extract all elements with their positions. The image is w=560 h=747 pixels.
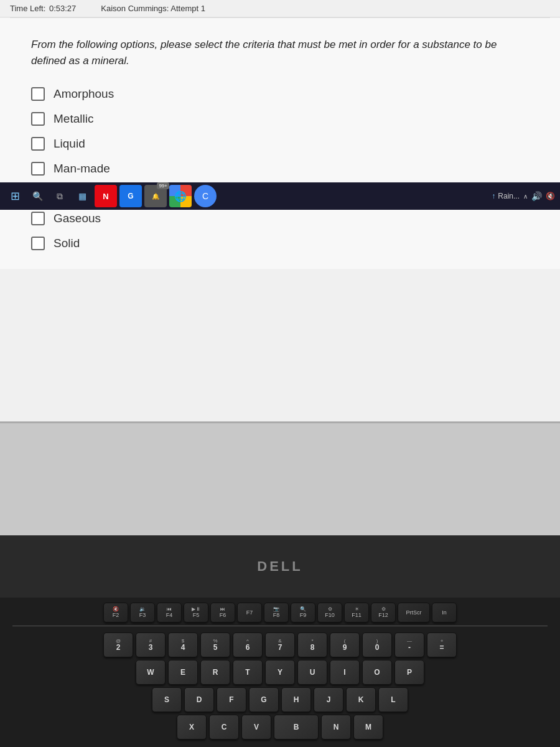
key-s[interactable]: S	[152, 687, 182, 712]
system-tray-expand[interactable]: ∧	[523, 193, 528, 200]
checkbox-amorphous[interactable]	[31, 87, 45, 101]
key-n[interactable]: N	[321, 715, 351, 740]
key-f2[interactable]: 🔇F2	[103, 603, 128, 622]
taskbar-right: ↑ Rain... ∧ 🔊 🔇	[492, 191, 555, 201]
key-f5[interactable]: ▶⏸F5	[184, 603, 208, 622]
time-left: Time Left: 0:53:27	[10, 4, 76, 13]
taskbar-notification-icon[interactable]: 🔔 99+	[144, 185, 167, 207]
key-7[interactable]: &7	[265, 632, 295, 657]
key-f9[interactable]: 🔍F9	[291, 603, 315, 622]
weather-widget[interactable]: ↑ Rain...	[492, 192, 520, 200]
option-label-man-made: Man-made	[54, 162, 110, 176]
key-5[interactable]: %5	[200, 632, 230, 657]
key-g[interactable]: G	[249, 687, 279, 712]
key-equal[interactable]: +=	[427, 632, 457, 657]
number-row: @2 #3 $4 %5 ^6 &7 *8 (9 )0 —- +=	[6, 632, 554, 657]
question-content: From the following options, please selec…	[0, 18, 560, 269]
key-f3[interactable]: 🔉F3	[130, 603, 155, 622]
key-j[interactable]: J	[314, 687, 343, 712]
key-w[interactable]: W	[136, 660, 166, 685]
checkbox-man-made[interactable]	[31, 162, 45, 176]
key-f7[interactable]: F7	[237, 603, 262, 622]
key-e[interactable]: E	[168, 660, 198, 685]
key-b[interactable]: B	[274, 715, 319, 740]
option-man-made[interactable]: Man-made	[31, 162, 529, 176]
top-bar: Time Left: 0:53:27 Kaison Cummings: Atte…	[0, 0, 560, 17]
key-insert[interactable]: In	[432, 603, 457, 622]
attempt-info: Kaison Cummings: Attempt 1	[101, 4, 205, 13]
key-d[interactable]: D	[184, 687, 214, 712]
laptop-keyboard: 🔇F2 🔉F3 ⏮F4 ▶⏸F5 ⏭F6 F7 📷F8 🔍F9 ⚙F10 ☀F1…	[0, 598, 560, 747]
key-u[interactable]: U	[297, 660, 327, 685]
taskbar-app-icon-1[interactable]: G	[119, 185, 142, 207]
key-x[interactable]: X	[177, 715, 207, 740]
bottom-letter-row: X C V B N M	[6, 715, 554, 740]
key-l[interactable]: L	[378, 687, 408, 712]
weather-arrow-icon: ↑	[492, 192, 495, 200]
options-list: Amorphous Metallic Liquid Man-made Natur	[31, 87, 529, 250]
key-t[interactable]: T	[233, 660, 263, 685]
option-gaseous[interactable]: Gaseous	[31, 212, 529, 225]
checkbox-solid[interactable]	[31, 237, 45, 250]
option-label-amorphous: Amorphous	[54, 87, 114, 101]
option-solid[interactable]: Solid	[31, 237, 529, 250]
taskbar-chrome-icon-2[interactable]: C	[194, 185, 217, 207]
notification-badge: 99+	[157, 182, 169, 189]
taskbar-chrome-icon[interactable]: 🌐	[169, 185, 192, 207]
key-f[interactable]: F	[217, 687, 246, 712]
key-f4[interactable]: ⏮F4	[157, 603, 182, 622]
speakers-icon[interactable]: 🔊	[531, 191, 542, 201]
option-liquid[interactable]: Liquid	[31, 137, 529, 151]
key-f12[interactable]: ⚙F12	[371, 603, 396, 622]
function-key-row: 🔇F2 🔉F3 ⏮F4 ▶⏸F5 ⏭F6 F7 📷F8 🔍F9 ⚙F10 ☀F1…	[6, 603, 554, 622]
key-i[interactable]: I	[330, 660, 360, 685]
option-label-gaseous: Gaseous	[54, 212, 101, 225]
taskbar-widgets[interactable]: ▦	[72, 186, 92, 206]
taskbar: ⊞ 🔍 ⧉ ▦ N G 🔔 99+ 🌐 C ↑ Rain... ∧ 🔊 🔇	[0, 182, 560, 210]
volume-icon[interactable]: 🔇	[546, 192, 555, 200]
key-4[interactable]: $4	[168, 632, 198, 657]
key-3[interactable]: #3	[136, 632, 166, 657]
key-f10[interactable]: ⚙F10	[317, 603, 342, 622]
option-metallic[interactable]: Metallic	[31, 112, 529, 126]
key-minus[interactable]: —-	[394, 632, 424, 657]
checkbox-liquid[interactable]	[31, 137, 45, 151]
key-6[interactable]: ^6	[233, 632, 263, 657]
key-f6[interactable]: ⏭F6	[210, 603, 235, 622]
laptop-bezel: DELL	[0, 535, 560, 598]
key-r[interactable]: R	[200, 660, 230, 685]
key-h[interactable]: H	[281, 687, 311, 712]
key-m[interactable]: M	[353, 715, 383, 740]
key-f11[interactable]: ☀F11	[344, 603, 369, 622]
weather-label: Rain...	[498, 192, 520, 200]
option-label-solid: Solid	[54, 237, 80, 250]
key-y[interactable]: Y	[265, 660, 295, 685]
dell-logo: DELL	[257, 558, 302, 575]
taskbar-search[interactable]: 🔍	[27, 186, 47, 206]
key-9[interactable]: (9	[330, 632, 360, 657]
key-8[interactable]: *8	[297, 632, 327, 657]
key-0[interactable]: )0	[362, 632, 392, 657]
key-c[interactable]: C	[209, 715, 239, 740]
windows-start-button[interactable]: ⊞	[5, 186, 25, 206]
key-2[interactable]: @2	[103, 632, 133, 657]
keyboard-divider	[12, 626, 548, 626]
key-p[interactable]: P	[394, 660, 424, 685]
key-k[interactable]: K	[346, 687, 376, 712]
key-prtscr[interactable]: PrtScr	[398, 603, 430, 622]
taskview-button[interactable]: ⧉	[50, 186, 70, 206]
taskbar-netflix-icon[interactable]: N	[95, 185, 117, 207]
key-v[interactable]: V	[241, 715, 271, 740]
key-f8[interactable]: 📷F8	[264, 603, 289, 622]
option-label-liquid: Liquid	[54, 137, 85, 151]
checkbox-gaseous[interactable]	[31, 212, 45, 225]
option-label-metallic: Metallic	[54, 112, 93, 126]
qwerty-row: W E R T Y U I O P	[6, 660, 554, 685]
laptop-screen: Time Left: 0:53:27 Kaison Cummings: Atte…	[0, 0, 560, 423]
question-text: From the following options, please selec…	[31, 37, 529, 68]
home-row: S D F G H J K L	[6, 687, 554, 712]
checkbox-metallic[interactable]	[31, 112, 45, 126]
key-o[interactable]: O	[362, 660, 392, 685]
option-amorphous[interactable]: Amorphous	[31, 87, 529, 101]
